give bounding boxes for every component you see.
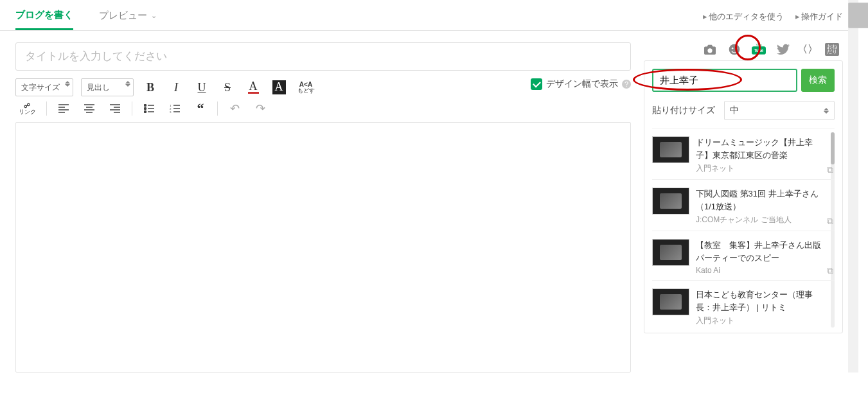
- svg-point-24: [707, 48, 712, 53]
- search-result-item[interactable]: 【教室 集客】井上幸子さん出版パーティーでのスピー Kato Ai ⧉: [652, 231, 835, 281]
- youtube-search-input[interactable]: [652, 69, 797, 92]
- italic-button[interactable]: I: [167, 79, 185, 96]
- result-channel: 入門ネット: [696, 315, 828, 326]
- result-title: 日本こども教育センター（理事長：井上幸子） | リトミ: [696, 288, 828, 313]
- highlight-button[interactable]: A: [270, 79, 288, 96]
- twitter-icon[interactable]: [776, 42, 790, 57]
- smile-icon[interactable]: [727, 42, 741, 57]
- toolbar-divider: [217, 101, 218, 116]
- link-other-editor-label: 他のエディタを使う: [709, 12, 784, 21]
- svg-point-25: [729, 44, 740, 55]
- strike-button[interactable]: S: [218, 79, 236, 96]
- search-result-item[interactable]: ドリームミュージック【井上幸子】東京都江東区の音楽 入門ネット ⧉: [652, 128, 835, 180]
- external-link-icon[interactable]: ⧉: [827, 216, 833, 227]
- link-other-editor[interactable]: ▸他のエディタを使う: [703, 11, 784, 22]
- numbered-list-button[interactable]: 123: [166, 100, 184, 117]
- tab-preview[interactable]: プレビュー ⌄: [99, 3, 157, 30]
- design-width-label: デザイン幅で表示: [546, 78, 618, 90]
- result-title: 下関人図鑑 第31回 井上幸子さん（1/1放送）: [696, 188, 828, 213]
- underline-button[interactable]: U: [193, 79, 211, 96]
- undo-button[interactable]: ↶: [226, 100, 244, 117]
- page-scrollbar[interactable]: [848, 0, 858, 373]
- font-size-select[interactable]: 文字サイズ: [15, 78, 73, 96]
- help-icon[interactable]: ?: [622, 80, 631, 89]
- result-title: ドリームミュージック【井上幸子】東京都江東区の音楽: [696, 136, 828, 161]
- result-title: 【教室 集客】井上幸子さん出版パーティーでのスピー: [696, 239, 828, 264]
- bold-button[interactable]: B: [141, 79, 159, 96]
- svg-text:3: 3: [170, 110, 172, 113]
- undo-format-button[interactable]: A<Aもどす: [296, 79, 316, 96]
- svg-point-14: [145, 108, 146, 110]
- result-channel: J:COMチャンネル ご当地人: [696, 215, 828, 225]
- link-guide[interactable]: ▸操作ガイド: [795, 11, 843, 22]
- toolbar-divider: [132, 101, 132, 116]
- code-icon[interactable]: 〈〉: [801, 42, 815, 57]
- result-channel: Kato Ai: [696, 266, 828, 275]
- heading-label: 見出し: [87, 82, 110, 93]
- tab-preview-label: プレビュー: [99, 10, 147, 22]
- undo-label: もどす: [297, 88, 315, 94]
- paste-size-label: 貼り付けサイズ: [652, 105, 715, 116]
- search-result-item[interactable]: 日本こども教育センター（理事長：井上幸子） | リトミ 入門ネット: [652, 281, 835, 331]
- svg-point-16: [145, 111, 146, 113]
- svg-text:You: You: [756, 43, 761, 47]
- text-color-button[interactable]: A: [244, 79, 262, 96]
- camera-icon[interactable]: [703, 42, 717, 57]
- svg-point-27: [736, 48, 738, 49]
- editor-body[interactable]: [15, 122, 631, 373]
- design-width-checkbox[interactable]: [531, 78, 542, 90]
- svg-point-12: [145, 105, 146, 107]
- tab-write[interactable]: ブログを書く: [15, 3, 73, 30]
- svg-text:Tube: Tube: [754, 48, 764, 53]
- oneclick-icon[interactable]: おねだり: [825, 42, 839, 57]
- external-link-icon[interactable]: ⧉: [827, 265, 833, 276]
- bullet-list-button[interactable]: [140, 100, 158, 117]
- video-thumbnail: [652, 239, 689, 266]
- video-thumbnail: [652, 288, 689, 315]
- font-size-label: 文字サイズ: [21, 82, 60, 93]
- link-guide-label: 操作ガイド: [801, 12, 843, 21]
- align-right-button[interactable]: [106, 100, 124, 117]
- chevron-down-icon: ⌄: [151, 12, 157, 20]
- link-icon: ☍: [24, 103, 30, 109]
- paste-size-value: 中: [730, 105, 739, 116]
- link-button[interactable]: ☍ リンク: [15, 100, 39, 117]
- paste-size-select[interactable]: 中: [724, 101, 835, 120]
- align-center-button[interactable]: [80, 100, 98, 117]
- result-channel: 入門ネット: [696, 163, 828, 174]
- redo-button[interactable]: ↷: [251, 100, 269, 117]
- search-button[interactable]: 検索: [801, 69, 835, 92]
- search-result-item[interactable]: 下関人図鑑 第31回 井上幸子さん（1/1放送） J:COMチャンネル ご当地人…: [652, 180, 835, 231]
- post-title-input[interactable]: [15, 42, 631, 71]
- toolbar-divider: [46, 101, 47, 116]
- youtube-icon[interactable]: TubeYou: [752, 42, 766, 57]
- external-link-icon[interactable]: ⧉: [827, 164, 833, 175]
- heading-select[interactable]: 見出し: [81, 78, 134, 96]
- link-button-label: リンク: [19, 109, 36, 115]
- video-thumbnail: [652, 188, 689, 215]
- align-left-button[interactable]: [55, 100, 73, 117]
- svg-point-26: [732, 48, 734, 49]
- video-thumbnail: [652, 136, 689, 163]
- quote-button[interactable]: “: [191, 100, 209, 117]
